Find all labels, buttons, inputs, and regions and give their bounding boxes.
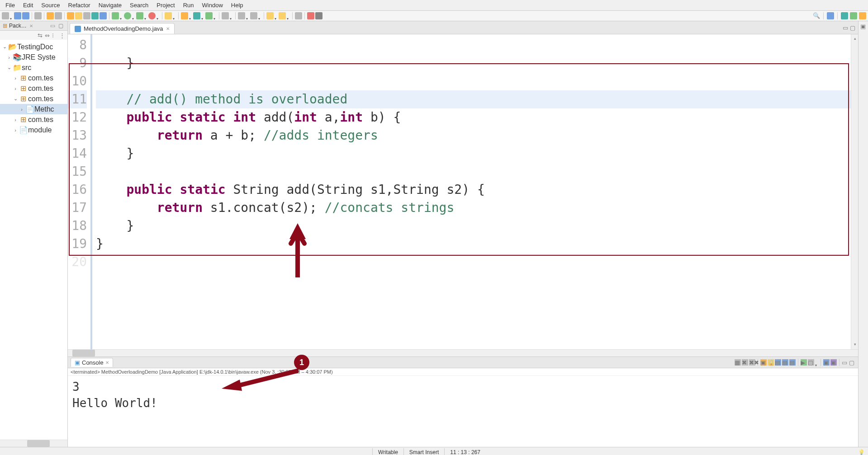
newclass-dropdown-icon[interactable] <box>213 14 217 18</box>
menu-refactor[interactable]: Refactor <box>65 1 94 9</box>
new-package-icon[interactable] <box>193 12 200 19</box>
remove-terminated-icon[interactable]: ✖ <box>742 359 748 366</box>
new-java-icon[interactable] <box>181 12 188 19</box>
menu-navigate[interactable]: Navigate <box>95 1 125 9</box>
save-all-icon[interactable] <box>22 12 29 19</box>
expand-icon[interactable]: › <box>13 75 18 81</box>
expand-icon[interactable]: ⌄ <box>13 96 18 102</box>
maximize-view-icon[interactable]: ▢ <box>58 23 65 29</box>
console-max-icon[interactable]: ▢ <box>849 359 855 366</box>
scroll-lock-icon[interactable]: 🔒 <box>768 359 774 366</box>
new-class-icon[interactable] <box>205 12 213 19</box>
ladybug-icon[interactable] <box>307 12 314 19</box>
newconsole-dropdown-icon[interactable] <box>815 361 818 364</box>
menu-view-icon[interactable]: ⋮ <box>59 32 66 38</box>
back-dropdown-icon[interactable] <box>275 14 278 18</box>
new-icon[interactable] <box>2 12 9 19</box>
run-dropdown-icon[interactable] <box>132 14 135 18</box>
menu-edit[interactable]: Edit <box>19 1 37 9</box>
new-console-icon[interactable]: ▢ <box>808 359 814 366</box>
launch-dropdown-icon[interactable] <box>173 14 176 18</box>
pin-console-icon[interactable]: ▤ <box>789 359 796 366</box>
tree-pkg2[interactable]: › ⊞ com.tes <box>0 83 67 94</box>
expand-icon[interactable]: ⌄ <box>2 44 7 50</box>
console-min-icon[interactable]: ▭ <box>842 359 848 366</box>
pin2-icon[interactable] <box>295 12 302 19</box>
cloud-icon[interactable] <box>315 12 323 19</box>
pin-icon[interactable] <box>100 12 107 19</box>
coverage-dropdown-icon[interactable] <box>144 14 147 18</box>
nav2-icon[interactable] <box>250 12 257 19</box>
tree-project[interactable]: ⌄ 📂 TestingDoc <box>0 42 67 52</box>
expand-icon[interactable]: › <box>13 117 18 122</box>
tree-class[interactable]: › 📄 Methc <box>0 104 67 114</box>
save-icon[interactable] <box>14 12 21 19</box>
restore-icon[interactable]: ▣ <box>860 23 867 29</box>
console-close-icon[interactable]: ✕ <box>105 360 109 365</box>
show-console-icon[interactable]: ▤ <box>775 359 781 366</box>
editor-min-icon[interactable]: ▭ <box>843 24 849 31</box>
code-editor[interactable]: 8 9 10 11 12 13 14 15 16 17 18 19 20 } /… <box>68 34 858 349</box>
project-tree[interactable]: ⌄ 📂 TestingDoc › 📚 JRE Syste ⌄ 📁 src › ⊞… <box>0 40 67 440</box>
console-output[interactable]: 3 Hello World! <box>68 376 858 447</box>
nav2-dropdown-icon[interactable] <box>258 14 261 18</box>
clear-console-icon[interactable]: ▣ <box>760 359 767 366</box>
new-dropdown-icon[interactable] <box>10 14 13 18</box>
minimize-view-icon[interactable]: ▭ <box>50 23 57 29</box>
c2-icon[interactable]: ▣ <box>830 359 837 366</box>
tree-pkg4[interactable]: › ⊞ com.tes <box>0 114 67 125</box>
newpkg-dropdown-icon[interactable] <box>201 14 204 18</box>
perspective4-icon[interactable] <box>859 12 866 19</box>
menu-run[interactable]: Run <box>180 1 198 9</box>
close-tab-icon[interactable]: ✕ <box>166 26 170 31</box>
menu-file[interactable]: File <box>2 1 19 9</box>
torch-icon[interactable] <box>67 12 74 19</box>
display-selected-icon[interactable]: ▤ <box>782 359 788 366</box>
expand-icon[interactable]: › <box>13 127 18 133</box>
tree-pkg3[interactable]: ⌄ ⊞ com.tes <box>0 94 67 104</box>
coverage-icon[interactable] <box>136 12 143 19</box>
link-editor-icon[interactable]: ⇔ <box>45 32 51 38</box>
collapse-all-icon[interactable]: ⇆ <box>38 32 44 38</box>
menu-window[interactable]: Window <box>199 1 227 9</box>
console-tab[interactable]: ▣ Console ✕ <box>71 358 113 367</box>
menu-project[interactable]: Project <box>153 1 178 9</box>
flashlight-icon[interactable] <box>75 12 82 19</box>
back-icon[interactable] <box>266 12 274 19</box>
expand-icon[interactable]: › <box>19 107 24 112</box>
nav1-icon[interactable] <box>238 12 245 19</box>
editor-vscroll[interactable]: ▴ ▾ <box>851 34 858 349</box>
filter-icon[interactable]: ⁝ <box>52 32 58 38</box>
debug-dropdown-icon[interactable] <box>120 14 123 18</box>
menu-help[interactable]: Help <box>228 1 247 9</box>
menu-source[interactable]: Source <box>38 1 63 9</box>
opentype-dropdown-icon[interactable] <box>230 14 233 18</box>
forward-icon[interactable] <box>279 12 286 19</box>
perspective2-icon[interactable] <box>841 12 848 19</box>
scroll-up-icon[interactable]: ▴ <box>852 36 858 42</box>
build-icon[interactable] <box>47 12 54 19</box>
toggle-icon[interactable] <box>34 12 42 19</box>
forward-dropdown-icon[interactable] <box>287 14 290 18</box>
toggle-mark-icon[interactable] <box>91 12 99 19</box>
newjava-dropdown-icon[interactable] <box>189 14 192 18</box>
expand-icon[interactable]: › <box>6 55 12 60</box>
c1-icon[interactable]: ▣ <box>823 359 830 366</box>
menu-search[interactable]: Search <box>126 1 152 9</box>
scroll-down-icon[interactable]: ▾ <box>852 342 858 347</box>
editor-max-icon[interactable]: ▢ <box>850 24 856 31</box>
build2-icon[interactable] <box>55 12 62 19</box>
remove-all-icon[interactable]: ✖✖ <box>749 359 755 366</box>
nav1-dropdown-icon[interactable] <box>246 14 249 18</box>
status-bulb-icon[interactable]: 💡 <box>858 449 864 455</box>
tree-pkg1[interactable]: › ⊞ com.tes <box>0 73 67 83</box>
close-view-icon[interactable]: ✕ <box>29 23 33 28</box>
search-right-icon[interactable]: 🔍 <box>813 12 820 19</box>
perspective3-icon[interactable] <box>850 12 857 19</box>
expand-icon[interactable]: › <box>13 86 18 91</box>
code-text[interactable]: } // add() method is overloaded public s… <box>92 34 858 349</box>
launch-icon[interactable] <box>165 12 172 19</box>
tree-jre[interactable]: › 📚 JRE Syste <box>0 52 67 62</box>
debug-icon[interactable] <box>112 12 119 19</box>
expand-icon[interactable]: ⌄ <box>6 65 12 70</box>
